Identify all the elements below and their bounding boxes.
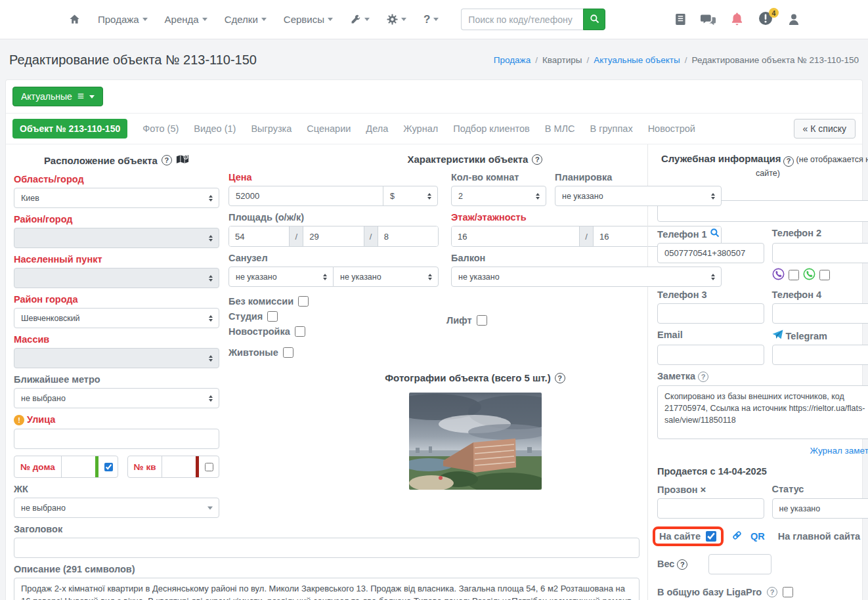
tab-export[interactable]: Выгрузка	[251, 123, 292, 134]
search-button[interactable]	[583, 9, 605, 30]
link-icon[interactable]	[731, 530, 743, 543]
apt-status-bar	[196, 456, 199, 477]
layout-select[interactable]: не указано	[555, 186, 722, 206]
tab-photos[interactable]: Фото (5)	[142, 123, 179, 134]
search-input[interactable]	[461, 9, 583, 30]
help-icon[interactable]	[555, 373, 565, 383]
clear-icon[interactable]	[701, 484, 706, 495]
help-icon[interactable]	[162, 155, 172, 165]
new-building-checkbox[interactable]	[295, 326, 305, 337]
help-icon[interactable]	[532, 154, 542, 165]
alerts-indicator[interactable]: 4	[758, 11, 773, 28]
city-district-select[interactable]: Шевченковский	[14, 308, 219, 328]
telegram-label: Telegram	[772, 330, 868, 341]
phone1-input[interactable]	[657, 243, 764, 263]
help-icon[interactable]	[783, 156, 794, 167]
gear-icon	[387, 14, 398, 25]
phone2-viber-checkbox[interactable]	[789, 270, 799, 280]
tab-object[interactable]: Объект № 213-110-150	[12, 119, 127, 139]
tab-newbuild[interactable]: Новострой	[648, 123, 695, 134]
menu-rent[interactable]: Аренда	[165, 14, 207, 25]
headline-label: Заголовок	[14, 524, 640, 534]
updown-arrows-icon	[209, 395, 213, 402]
metro-select[interactable]: не выбрано	[14, 388, 219, 408]
note-log-link[interactable]: Журнал заметок	[657, 446, 868, 456]
updown-arrows-icon	[209, 275, 213, 282]
elevator-checkbox[interactable]	[477, 315, 487, 326]
on-site-highlight: На сайте	[653, 526, 724, 546]
tab-tasks[interactable]: Дела	[366, 123, 388, 134]
balcony-select[interactable]: не указано	[451, 267, 722, 287]
note-textarea[interactable]: Скопировано из базы внешних источников, …	[657, 385, 868, 439]
tab-journal[interactable]: Журнал	[403, 123, 438, 134]
back-to-list-button[interactable]: « К списку	[794, 119, 856, 139]
search-icon	[590, 14, 599, 26]
status-actual-button[interactable]: Актуальные	[12, 87, 103, 106]
phone2-whatsapp-checkbox[interactable]	[819, 270, 830, 280]
phone-search-icon[interactable]	[710, 229, 720, 240]
phone4-input[interactable]	[772, 303, 868, 324]
floor-input[interactable]	[452, 226, 579, 246]
help-icon[interactable]	[767, 587, 777, 597]
ligapro-checkbox[interactable]	[783, 587, 793, 597]
weight-input[interactable]	[708, 554, 771, 574]
settlement-select[interactable]	[14, 268, 219, 288]
notifications-bell[interactable]	[731, 12, 743, 28]
journal-icon[interactable]	[675, 13, 686, 26]
apt-number-input[interactable]	[162, 456, 196, 477]
house-show-checkbox[interactable]	[104, 461, 113, 473]
currency-select[interactable]: $	[383, 186, 438, 206]
messages-icon[interactable]	[701, 13, 716, 26]
qr-link[interactable]: QR	[750, 531, 765, 542]
on-site-checkbox[interactable]	[706, 531, 716, 542]
district-select[interactable]	[14, 228, 219, 248]
home-icon[interactable]	[68, 13, 81, 26]
area-total-input[interactable]	[229, 226, 289, 246]
no-commission-checkbox[interactable]	[298, 296, 309, 307]
help-menu[interactable]: ?	[423, 13, 439, 26]
complex-select[interactable]: не выбрано	[14, 498, 219, 518]
updown-arrows-icon	[427, 193, 431, 200]
exclamation-circle-icon	[758, 18, 773, 28]
street-label: Улица	[14, 414, 219, 425]
call-input[interactable]	[657, 498, 764, 519]
help-icon[interactable]	[698, 372, 708, 382]
rooms-select[interactable]: 2	[451, 186, 546, 206]
area-kitchen-input[interactable]	[378, 226, 438, 246]
breadcrumb-actual-objects[interactable]: Актуальные объекты	[594, 55, 680, 65]
object-photo-thumbnail[interactable]	[409, 393, 542, 492]
telegram-input[interactable]	[772, 345, 868, 365]
tab-mls[interactable]: В МЛС	[545, 123, 575, 134]
region-select[interactable]: Киев	[14, 188, 219, 208]
studio-checkbox[interactable]	[267, 311, 278, 322]
user-profile-icon[interactable]	[788, 13, 800, 26]
breadcrumb-sales[interactable]: Продажа	[494, 55, 531, 65]
description-textarea[interactable]: Продаж 2-х кімнатної квартири в Деснянсь…	[14, 578, 640, 600]
tab-client-match[interactable]: Подбор клиентов	[453, 123, 529, 134]
headline-input[interactable]	[14, 538, 640, 558]
tab-groups[interactable]: В группах	[590, 123, 632, 134]
tools-menu[interactable]	[350, 14, 370, 25]
street-input[interactable]	[14, 429, 219, 449]
area-living-input[interactable]	[303, 226, 363, 246]
massiv-select[interactable]	[14, 348, 219, 368]
menu-deals[interactable]: Сделки	[225, 14, 267, 25]
help-icon[interactable]	[677, 559, 687, 570]
pets-checkbox[interactable]	[283, 347, 293, 358]
menu-services[interactable]: Сервисы	[284, 14, 333, 25]
apt-show-checkbox[interactable]	[205, 461, 213, 473]
house-number-input[interactable]	[61, 456, 95, 477]
price-input[interactable]	[228, 186, 383, 206]
tab-video[interactable]: Видео (1)	[194, 123, 236, 134]
status-select[interactable]: не указано	[772, 498, 868, 519]
map-icon[interactable]	[176, 154, 189, 167]
bathroom-select-1[interactable]: не указано	[228, 267, 334, 287]
phone2-input[interactable]	[772, 243, 868, 263]
updown-arrows-icon	[209, 195, 213, 202]
chevron-down-icon	[364, 18, 370, 21]
tab-scenarios[interactable]: Сценарии	[307, 123, 351, 134]
bathroom-select-2[interactable]: не указано	[333, 267, 439, 287]
menu-sales[interactable]: Продажа	[98, 14, 148, 25]
settings-menu[interactable]	[387, 14, 406, 25]
selling-since-label: Продается с 14-04-2025	[657, 466, 868, 477]
